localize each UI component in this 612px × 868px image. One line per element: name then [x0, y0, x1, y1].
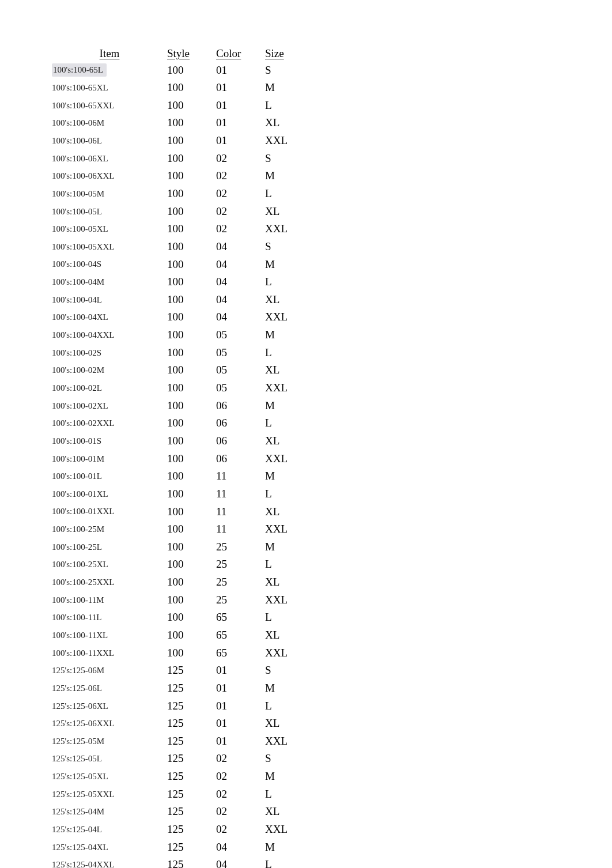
table-row: 100's:100-11XXL10065XXL: [52, 644, 305, 662]
cell-size: L: [265, 556, 305, 573]
cell-style: 100: [167, 573, 216, 591]
table-row: 100's:100-25XXL10025XL: [52, 573, 305, 591]
cell-style: 125: [167, 697, 216, 715]
table-row: 100's:100-01XL10011L: [52, 485, 305, 503]
cell-item: 100's:100-05L: [52, 202, 167, 220]
cell-size: M: [265, 79, 305, 97]
cell-size: S: [265, 750, 305, 768]
table-row: 125's:125-04XL12504M: [52, 838, 305, 856]
cell-style: 100: [167, 520, 216, 538]
cell-size: L: [265, 697, 305, 715]
cell-size: M: [265, 255, 305, 273]
cell-color: 02: [216, 202, 265, 220]
cell-style: 125: [167, 838, 216, 856]
cell-style: 100: [167, 538, 216, 556]
cell-item: 125's:125-06L: [52, 679, 167, 697]
cell-size: L: [265, 96, 305, 114]
cell-size: XXL: [265, 591, 305, 609]
cell-size: XXL: [265, 220, 305, 238]
cell-color: 01: [216, 96, 265, 114]
table-body: 100's:100-65L10001S100's:100-65XL10001M1…: [52, 61, 305, 868]
cell-size: XL: [265, 290, 305, 308]
cell-style: 100: [167, 255, 216, 273]
cell-style: 100: [167, 379, 216, 397]
cell-style: 100: [167, 467, 216, 485]
cell-size: M: [265, 167, 305, 185]
cell-style: 100: [167, 344, 216, 361]
cell-item: 100's:100-01L: [52, 467, 167, 485]
cell-color: 01: [216, 61, 265, 79]
cell-item: 100's:100-06XXL: [52, 167, 167, 185]
cell-style: 100: [167, 397, 216, 414]
cell-size: M: [265, 326, 305, 344]
table-row: 100's:100-01S10006XL: [52, 432, 305, 450]
cell-size: XL: [265, 361, 305, 379]
table-row: 100's:100-65L10001S: [52, 61, 305, 79]
cell-color: 02: [216, 750, 265, 768]
cell-color: 11: [216, 503, 265, 520]
cell-size: L: [265, 344, 305, 361]
table-row: 100's:100-01M10006XXL: [52, 450, 305, 467]
cell-color: 04: [216, 308, 265, 326]
table-row: 125's:125-06XL12501L: [52, 697, 305, 715]
cell-style: 100: [167, 167, 216, 185]
table-row: 100's:100-05M10002L: [52, 184, 305, 202]
cell-size: M: [265, 538, 305, 556]
cell-style: 100: [167, 149, 216, 167]
cell-item: 125's:125-05XXL: [52, 785, 167, 803]
cell-item: 125's:125-06XXL: [52, 715, 167, 733]
cell-style: 125: [167, 732, 216, 750]
cell-color: 65: [216, 609, 265, 627]
cell-color: 01: [216, 697, 265, 715]
table-row: 100's:100-11M10025XXL: [52, 591, 305, 609]
cell-item: 100's:100-65L: [52, 61, 167, 79]
highlighted-item: 100's:100-65L: [52, 63, 107, 76]
cell-item: 100's:100-11XXL: [52, 644, 167, 662]
table-row: 100's:100-02L10005XXL: [52, 379, 305, 397]
cell-color: 01: [216, 114, 265, 132]
table-row: 125's:125-04M12502XL: [52, 803, 305, 821]
cell-style: 100: [167, 61, 216, 79]
cell-item: 100's:100-04XL: [52, 308, 167, 326]
cell-item: 100's:100-05XL: [52, 220, 167, 238]
table-row: 100's:100-02M10005XL: [52, 361, 305, 379]
table-row: 100's:100-01XXL10011XL: [52, 503, 305, 520]
cell-style: 100: [167, 132, 216, 150]
cell-color: 04: [216, 290, 265, 308]
col-header-style: Style: [167, 46, 216, 61]
table-row: 100's:100-06XL10002S: [52, 149, 305, 167]
cell-style: 125: [167, 821, 216, 839]
table-row: 125's:125-05XL12502M: [52, 768, 305, 786]
cell-color: 25: [216, 556, 265, 573]
cell-style: 100: [167, 202, 216, 220]
col-header-item: Item: [52, 46, 167, 61]
cell-size: S: [265, 237, 305, 255]
cell-item: 125's:125-05L: [52, 750, 167, 768]
cell-color: 06: [216, 414, 265, 432]
cell-style: 100: [167, 184, 216, 202]
cell-style: 100: [167, 220, 216, 238]
cell-item: 100's:100-05M: [52, 184, 167, 202]
cell-color: 04: [216, 856, 265, 868]
cell-item: 100's:100-25L: [52, 538, 167, 556]
cell-style: 100: [167, 503, 216, 520]
table-row: 100's:100-04S10004M: [52, 255, 305, 273]
cell-size: XL: [265, 627, 305, 644]
cell-item: 100's:100-05XXL: [52, 237, 167, 255]
cell-style: 100: [167, 361, 216, 379]
table-row: 100's:100-02S10005L: [52, 344, 305, 361]
cell-size: XXL: [265, 520, 305, 538]
cell-size: XXL: [265, 821, 305, 839]
cell-size: L: [265, 856, 305, 868]
cell-style: 100: [167, 485, 216, 503]
table-row: 100's:100-25XL10025L: [52, 556, 305, 573]
table-row: 100's:100-06XXL10002M: [52, 167, 305, 185]
table-row: 100's:100-02XL10006M: [52, 397, 305, 414]
cell-size: M: [265, 679, 305, 697]
cell-style: 100: [167, 79, 216, 97]
cell-color: 04: [216, 838, 265, 856]
cell-item: 100's:100-65XXL: [52, 96, 167, 114]
table-row: 125's:125-05M12501XXL: [52, 732, 305, 750]
cell-color: 04: [216, 255, 265, 273]
cell-item: 100's:100-01M: [52, 450, 167, 467]
